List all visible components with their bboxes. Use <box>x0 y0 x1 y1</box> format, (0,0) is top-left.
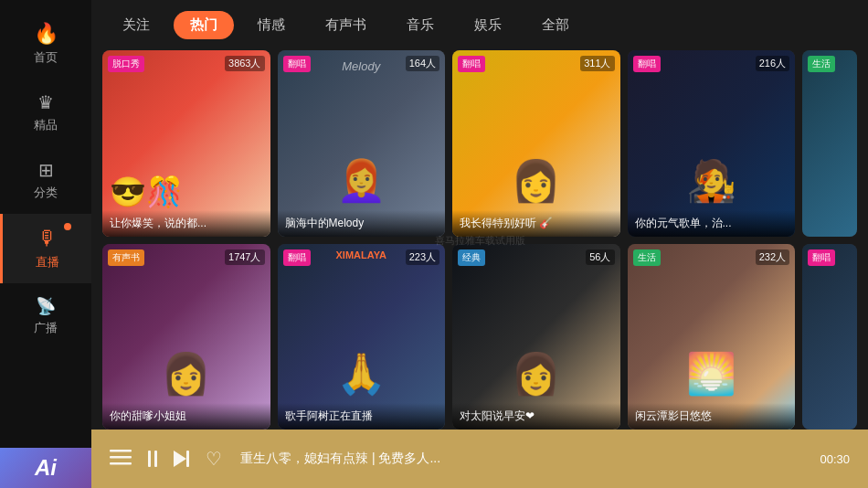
card-5-badge: 有声书 <box>108 249 144 266</box>
sidebar-item-premium[interactable]: ♛ 精品 <box>0 79 91 146</box>
broadcast-icon: 📡 <box>36 296 56 316</box>
live-indicator <box>64 223 71 230</box>
card-1-emoji: 😎🎊 <box>110 175 183 209</box>
crown-icon: ♛ <box>37 91 54 113</box>
sidebar-label-broadcast: 广播 <box>34 320 58 336</box>
tab-follow[interactable]: 关注 <box>106 11 166 39</box>
card-3[interactable]: 翻唱 311人 👩 我长得特别好听 🎸 <box>452 50 620 237</box>
player-title: 重生八零，媳妇有点辣 | 免费多人... <box>240 451 801 467</box>
card-8-figure: 🌅 <box>686 350 736 398</box>
card-6-badge: 翻唱 <box>283 249 311 266</box>
favorite-button[interactable]: ♡ <box>206 448 222 470</box>
card-4-badge: 翻唱 <box>633 56 661 72</box>
pause-bar-right <box>154 451 157 467</box>
tab-hot[interactable]: 热门 <box>174 11 234 39</box>
main-content: 关注 热门 情感 有声书 音乐 娱乐 全部 喜马拉雅车载试用版 脱口秀 3863… <box>91 0 868 488</box>
card-4-count: 216人 <box>756 56 789 71</box>
card-4[interactable]: 翻唱 216人 🧑‍🎤 你的元气歌单，治... <box>628 50 796 237</box>
pause-bar-left <box>148 451 151 467</box>
card-5-figure: 👩 <box>161 350 211 398</box>
card-partial-bottom-badge: 翻唱 <box>808 249 835 266</box>
tab-music[interactable]: 音乐 <box>390 11 450 39</box>
mic-icon: 🎙 <box>37 227 58 250</box>
svg-rect-0 <box>110 450 132 452</box>
svg-rect-1 <box>110 456 132 459</box>
player-bar: ♡ 重生八零，媳妇有点辣 | 免费多人... 00:30 <box>91 430 868 488</box>
next-button[interactable] <box>174 451 189 467</box>
sidebar-label-home: 首页 <box>34 49 58 66</box>
card-1-title: 让你爆笑，说的都... <box>102 210 270 237</box>
card-grid: 喜马拉雅车载试用版 脱口秀 3863人 😎🎊 让你爆笑，说的都... 翻唱 16… <box>91 50 868 430</box>
sidebar-item-broadcast[interactable]: 📡 广播 <box>0 283 91 349</box>
tab-emotion[interactable]: 情感 <box>241 11 302 39</box>
player-controls: ♡ <box>110 448 222 470</box>
tab-all[interactable]: 全部 <box>525 11 586 39</box>
card-6-title: 歌手阿树正在直播 <box>278 403 446 430</box>
card-7-title: 对太阳说早安❤ <box>452 403 620 430</box>
sidebar-label-live: 直播 <box>36 254 59 271</box>
card-4-title: 你的元气歌单，治... <box>628 210 796 237</box>
card-8-title: 闲云潭影日悠悠 <box>628 403 796 430</box>
card-2-melody-text: Melody <box>342 59 380 73</box>
card-6[interactable]: 翻唱 223人 XIMALAYA 🙏 歌手阿树正在直播 <box>278 244 446 430</box>
card-1-badge: 脱口秀 <box>108 56 144 72</box>
card-2-count: 164人 <box>406 56 439 71</box>
card-8-count: 232人 <box>756 249 789 265</box>
card-1[interactable]: 脱口秀 3863人 😎🎊 让你爆笑，说的都... <box>102 50 270 237</box>
card-partial-top-badge: 生活 <box>808 56 835 72</box>
sidebar-item-categories[interactable]: ⊞ 分类 <box>0 146 91 214</box>
tab-audiobook[interactable]: 有声书 <box>309 11 383 39</box>
card-5-count: 1747人 <box>225 249 264 265</box>
sidebar-item-home[interactable]: 🔥 首页 <box>0 9 91 79</box>
grid-icon: ⊞ <box>38 159 54 181</box>
card-6-count: 223人 <box>406 249 439 265</box>
card-3-figure: 👩 <box>511 157 561 205</box>
tab-entertainment[interactable]: 娱乐 <box>458 11 518 39</box>
ai-section: Ai <box>0 415 91 488</box>
card-5[interactable]: 有声书 1747人 👩 你的甜嗲小姐姐 <box>102 244 270 430</box>
card-4-figure: 🧑‍🎤 <box>686 157 736 205</box>
tab-bar: 关注 热门 情感 有声书 音乐 娱乐 全部 <box>91 0 868 50</box>
sidebar-item-live[interactable]: 🎙 直播 <box>0 214 91 283</box>
ai-badge[interactable]: Ai <box>0 448 91 488</box>
card-7-count: 56人 <box>586 249 614 265</box>
card-2-badge: 翻唱 <box>283 56 311 72</box>
card-1-count: 3863人 <box>225 56 264 71</box>
card-3-count: 311人 <box>580 56 614 71</box>
card-6-figure: 🙏 <box>336 350 386 398</box>
card-8-badge: 生活 <box>633 249 661 266</box>
card-8[interactable]: 生活 232人 🌅 闲云潭影日悠悠 <box>628 244 796 430</box>
sidebar-label-categories: 分类 <box>34 185 58 201</box>
sidebar: 🔥 首页 ♛ 精品 ⊞ 分类 🎙 直播 📡 广播 Ai <box>0 0 91 488</box>
card-2-figure: 👩‍🦰 <box>336 157 386 205</box>
flame-icon: 🔥 <box>34 22 58 46</box>
card-2[interactable]: 翻唱 164人 Melody 👩‍🦰 脑海中的Melody <box>278 50 446 237</box>
card-3-title: 我长得特别好听 🎸 <box>452 210 620 237</box>
playlist-icon <box>110 448 132 466</box>
sidebar-label-premium: 精品 <box>34 117 58 133</box>
card-7[interactable]: 经典 56人 👩 对太阳说早安❤ <box>452 244 620 430</box>
card-6-ximalaya: XIMALAYA <box>336 249 386 260</box>
svg-rect-2 <box>110 462 132 465</box>
card-7-figure: 👩 <box>511 350 561 398</box>
card-7-badge: 经典 <box>458 249 485 266</box>
card-2-title: 脑海中的Melody <box>278 210 446 237</box>
card-5-title: 你的甜嗲小姐姐 <box>102 403 270 430</box>
card-3-badge: 翻唱 <box>458 56 485 72</box>
card-partial-bottom[interactable]: 翻唱 <box>802 244 857 430</box>
player-time: 00:30 <box>820 452 850 466</box>
pause-button[interactable] <box>148 451 157 467</box>
playlist-button[interactable] <box>110 448 132 470</box>
card-partial-top[interactable]: 生活 <box>802 50 857 237</box>
